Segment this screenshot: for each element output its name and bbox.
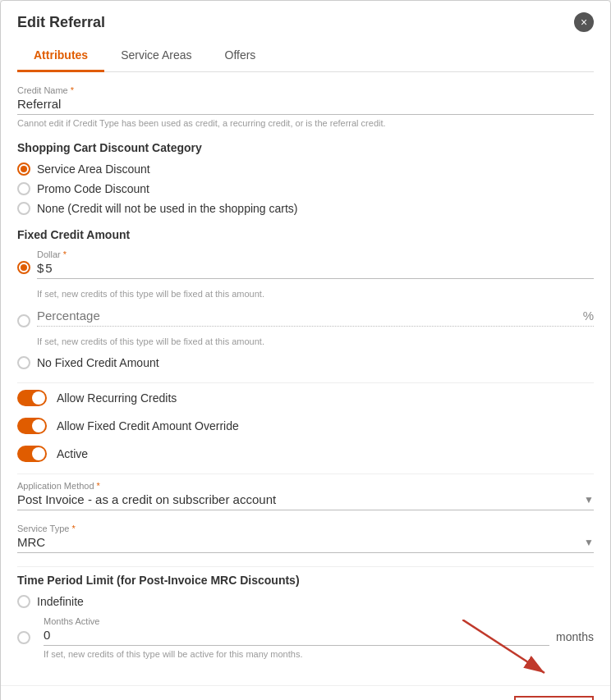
modal-title: Edit Referral bbox=[17, 14, 105, 31]
discount-category-radio-group: Service Area Discount Promo Code Discoun… bbox=[17, 162, 594, 215]
dollar-input[interactable] bbox=[45, 261, 594, 275]
fixed-credit-section: Fixed Credit Amount Dollar * $ bbox=[17, 228, 594, 369]
divider-2 bbox=[17, 474, 594, 474]
radio-label-none: None (Credit will not be used in the sho… bbox=[37, 202, 298, 215]
percentage-hint: If set, new credits of this type will be… bbox=[37, 333, 594, 348]
tab-offers[interactable]: Offers bbox=[209, 40, 273, 72]
submit-button[interactable]: SUBMIT bbox=[514, 696, 594, 700]
months-hint: If set, new credits of this type will be… bbox=[44, 649, 594, 659]
dollar-input-wrapper: $ bbox=[37, 261, 594, 279]
close-button[interactable]: × bbox=[574, 12, 594, 32]
radio-circle-promo-code bbox=[17, 182, 30, 195]
service-type-field: Service Type * MRC ▼ bbox=[17, 524, 594, 553]
radio-circle-service-area bbox=[17, 162, 30, 176]
dollar-radio-item: Dollar * $ If set, new credits of this t… bbox=[17, 249, 594, 300]
shopping-cart-title: Shopping Cart Discount Category bbox=[17, 141, 594, 154]
percentage-input-wrapper: % bbox=[37, 309, 594, 327]
radio-label-service-area: Service Area Discount bbox=[37, 162, 150, 176]
dollar-hint: If set, new credits of this type will be… bbox=[37, 286, 594, 300]
application-method-select-wrapper: Post Invoice - as a credit on subscriber… bbox=[17, 492, 594, 510]
radio-label-no-fixed: No Fixed Credit Amount bbox=[37, 356, 159, 369]
months-input-wrapper bbox=[44, 628, 549, 646]
radio-months[interactable]: Months Active months If set, new credits… bbox=[17, 616, 594, 659]
radio-label-promo-code: Promo Code Discount bbox=[37, 182, 149, 195]
percentage-suffix: % bbox=[583, 309, 594, 323]
service-type-select[interactable]: MRC bbox=[17, 535, 584, 549]
credit-name-value: Referral bbox=[17, 97, 594, 115]
percentage-subfield: % bbox=[37, 309, 594, 327]
radio-circle-percentage bbox=[17, 314, 30, 327]
application-method-select[interactable]: Post Invoice - as a credit on subscriber… bbox=[17, 492, 584, 506]
application-method-field: Application Method * Post Invoice - as a… bbox=[17, 481, 594, 510]
radio-dollar[interactable]: Dollar * $ bbox=[17, 249, 594, 286]
radio-label-indefinite: Indefinite bbox=[37, 595, 84, 608]
application-method-arrow-icon: ▼ bbox=[584, 494, 594, 506]
allow-fixed-override-toggle-row: Allow Fixed Credit Amount Override bbox=[17, 418, 594, 434]
shopping-cart-section: Shopping Cart Discount Category Service … bbox=[17, 141, 594, 215]
radio-promo-code[interactable]: Promo Code Discount bbox=[17, 182, 594, 195]
edit-referral-modal: Edit Referral × Attributes Service Areas… bbox=[0, 0, 611, 700]
months-suffix-label: months bbox=[556, 630, 594, 643]
modal-content: Credit Name * Referral Cannot edit if Cr… bbox=[1, 72, 610, 685]
dollar-subfield: Dollar * $ bbox=[37, 249, 594, 279]
active-toggle-row: Active bbox=[17, 446, 594, 462]
credit-name-field: Credit Name * Referral Cannot edit if Cr… bbox=[17, 85, 594, 128]
tab-service-areas[interactable]: Service Areas bbox=[104, 40, 208, 72]
radio-circle-no-fixed bbox=[17, 356, 30, 369]
allow-recurring-toggle-row: Allow Recurring Credits bbox=[17, 390, 594, 406]
radio-circle-none bbox=[17, 202, 30, 215]
divider-3 bbox=[17, 566, 594, 567]
months-subfield: Months Active months If set, new credits… bbox=[44, 616, 594, 659]
tabs-bar: Attributes Service Areas Offers bbox=[17, 40, 594, 72]
service-type-select-wrapper: MRC ▼ bbox=[17, 535, 594, 553]
fixed-credit-title: Fixed Credit Amount bbox=[17, 228, 594, 241]
months-active-label: Months Active bbox=[44, 616, 594, 626]
radio-none[interactable]: None (Credit will not be used in the sho… bbox=[17, 202, 594, 215]
time-period-title: Time Period Limit (for Post-Invoice MRC … bbox=[17, 574, 594, 587]
allow-fixed-override-toggle[interactable] bbox=[17, 418, 47, 434]
modal-footer: DELETE CREDIT TYPE SUBMIT bbox=[1, 685, 610, 700]
radio-circle-indefinite bbox=[17, 595, 30, 608]
dollar-prefix: $ bbox=[37, 261, 44, 275]
percentage-radio-item: % If set, new credits of this type will … bbox=[17, 309, 594, 348]
tab-attributes[interactable]: Attributes bbox=[17, 40, 104, 72]
active-label: Active bbox=[57, 447, 88, 460]
application-method-label: Application Method * bbox=[17, 481, 594, 491]
modal-header: Edit Referral × bbox=[1, 1, 610, 32]
dollar-label: Dollar * bbox=[37, 249, 594, 259]
allow-fixed-override-label: Allow Fixed Credit Amount Override bbox=[57, 419, 239, 432]
allow-recurring-label: Allow Recurring Credits bbox=[57, 391, 177, 405]
allow-recurring-toggle[interactable] bbox=[17, 390, 47, 406]
credit-name-hint: Cannot edit if Credit Type has been used… bbox=[17, 118, 594, 128]
footer-wrapper: DELETE CREDIT TYPE SUBMIT bbox=[1, 685, 610, 700]
active-toggle[interactable] bbox=[17, 446, 47, 462]
radio-service-area[interactable]: Service Area Discount bbox=[17, 162, 594, 176]
service-type-label: Service Type * bbox=[17, 524, 594, 533]
months-input-row: months bbox=[44, 628, 594, 646]
radio-circle-dollar bbox=[17, 261, 30, 274]
divider-1 bbox=[17, 382, 594, 383]
percentage-input[interactable] bbox=[37, 309, 583, 323]
credit-name-label: Credit Name * bbox=[17, 85, 594, 95]
time-period-section: Time Period Limit (for Post-Invoice MRC … bbox=[17, 574, 594, 659]
radio-circle-months bbox=[17, 631, 30, 644]
radio-percentage[interactable]: % bbox=[17, 309, 594, 333]
radio-no-fixed[interactable]: No Fixed Credit Amount bbox=[17, 356, 594, 369]
radio-indefinite[interactable]: Indefinite bbox=[17, 595, 594, 608]
months-input[interactable] bbox=[44, 628, 549, 642]
service-type-arrow-icon: ▼ bbox=[584, 537, 594, 548]
